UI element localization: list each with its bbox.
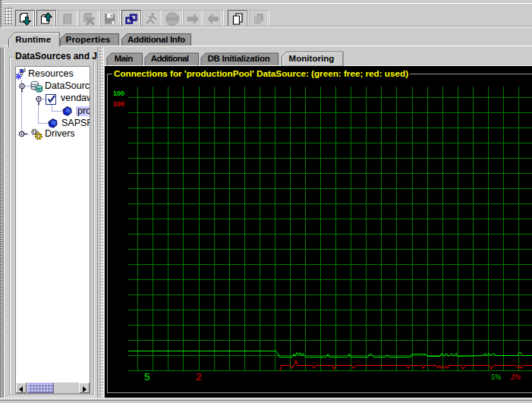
svg-text:Runtime: Runtime [15,35,51,44]
svg-text:Properties: Properties [66,35,111,44]
svg-text:Monitoring: Monitoring [289,54,335,63]
svg-text:STOP: STOP [166,17,178,21]
svg-text:DB Initialization: DB Initialization [207,54,269,63]
svg-text:Main: Main [115,54,134,63]
svg-text:Additional: Additional [151,54,189,63]
svg-text:Additional Info: Additional Info [127,35,185,44]
